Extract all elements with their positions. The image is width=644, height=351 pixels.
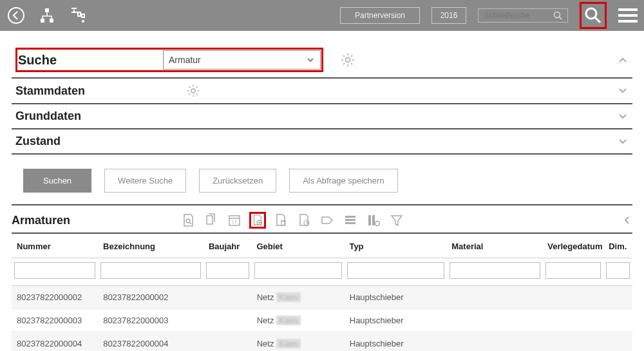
more-search-button[interactable]: Weitere Suche xyxy=(104,169,186,193)
year-field[interactable]: 2016 xyxy=(431,7,466,24)
filter-typ[interactable] xyxy=(347,262,444,279)
table-row[interactable]: 8023782200000380237822000003Netz KaesHau… xyxy=(12,309,632,332)
svg-point-9 xyxy=(346,58,350,62)
cell-baujahr xyxy=(204,309,252,332)
filter-material[interactable] xyxy=(450,262,540,279)
delete-document-icon[interactable] xyxy=(272,212,289,229)
cell-typ: Hauptschieber xyxy=(345,309,447,332)
columns-icon[interactable] xyxy=(365,212,382,229)
network-icon[interactable] xyxy=(37,6,57,25)
col-baujahr[interactable]: Baujahr xyxy=(204,234,252,258)
svg-rect-1 xyxy=(45,8,49,12)
svg-text:17: 17 xyxy=(232,220,237,224)
results-table: Nummer Bezeichnung Baujahr Gebiet Typ Ma… xyxy=(12,234,632,351)
schedule-document-icon[interactable] xyxy=(296,212,312,229)
svg-point-5 xyxy=(554,12,560,18)
grunddaten-title: Grunddaten xyxy=(15,109,160,123)
stammdaten-section[interactable]: Stammdaten xyxy=(12,79,632,104)
table-header: Nummer Bezeichnung Baujahr Gebiet Typ Ma… xyxy=(12,234,632,258)
cell-verlegedatum xyxy=(543,309,603,332)
faucet-icon[interactable] xyxy=(68,6,88,25)
cell-gebiet: Netz Kaes xyxy=(252,309,345,332)
expand-icon[interactable] xyxy=(617,85,629,97)
cell-bezeichnung: 80237822000002 xyxy=(98,286,204,308)
svg-line-23 xyxy=(189,86,190,88)
list-icon[interactable] xyxy=(342,212,359,229)
copy-icon[interactable] xyxy=(203,212,220,229)
filter-bezeichnung[interactable] xyxy=(100,262,201,279)
svg-line-8 xyxy=(595,17,600,23)
back-icon[interactable] xyxy=(6,6,26,25)
chevron-down-icon xyxy=(306,55,315,64)
cell-material xyxy=(447,332,543,351)
col-material[interactable]: Material xyxy=(446,234,542,258)
add-document-icon[interactable] xyxy=(249,212,266,229)
svg-line-15 xyxy=(351,63,352,64)
svg-rect-2 xyxy=(41,19,44,23)
filter-verlegedatum[interactable] xyxy=(545,262,601,279)
svg-rect-3 xyxy=(50,19,53,23)
expand-icon[interactable] xyxy=(617,111,629,122)
preview-icon[interactable] xyxy=(180,212,196,229)
collapse-icon[interactable] xyxy=(617,54,629,66)
cell-verlegedatum xyxy=(543,286,603,308)
svg-line-24 xyxy=(196,94,198,95)
gear-icon[interactable] xyxy=(186,84,200,98)
cell-nummer: 80237822000003 xyxy=(12,309,98,332)
svg-line-16 xyxy=(343,63,345,64)
quick-search[interactable] xyxy=(478,8,568,23)
svg-line-25 xyxy=(189,94,190,95)
table-row[interactable]: 8023782200000280237822000002Netz KaesHau… xyxy=(12,286,632,309)
cell-typ: Hauptschieber xyxy=(345,286,447,308)
zustand-section[interactable]: Zustand xyxy=(12,129,632,153)
svg-line-28 xyxy=(189,222,191,224)
filter-baujahr[interactable] xyxy=(206,262,249,279)
gear-icon[interactable] xyxy=(340,52,355,68)
cell-typ: Hauptschieber xyxy=(345,332,447,351)
menu-icon[interactable] xyxy=(618,8,638,23)
expand-icon[interactable] xyxy=(617,136,629,147)
grunddaten-section[interactable]: Grunddaten xyxy=(12,104,632,129)
svg-line-14 xyxy=(343,55,345,57)
cell-dim xyxy=(603,286,632,308)
filter-dim[interactable] xyxy=(606,262,630,279)
cell-gebiet: Netz Kaes xyxy=(252,286,345,308)
svg-line-26 xyxy=(196,86,198,88)
quick-search-input[interactable] xyxy=(484,11,553,20)
search-title-highlight: Suche Armatur xyxy=(15,48,323,72)
filter-icon[interactable] xyxy=(388,212,405,229)
collapse-results-icon[interactable] xyxy=(621,214,632,226)
version-button[interactable]: Partnerversion xyxy=(340,7,420,24)
svg-point-43 xyxy=(375,222,380,226)
filter-gebiet[interactable] xyxy=(254,262,342,279)
cell-nummer: 80237822000002 xyxy=(12,286,98,308)
filter-nummer[interactable] xyxy=(14,262,95,279)
object-type-dropdown[interactable]: Armatur xyxy=(163,50,321,70)
search-title: Suche xyxy=(18,53,163,68)
svg-line-6 xyxy=(560,17,562,20)
svg-rect-42 xyxy=(372,215,375,225)
col-verlegedatum[interactable]: Verlegedatum xyxy=(542,234,603,258)
stammdaten-title: Stammdaten xyxy=(15,84,160,98)
svg-rect-38 xyxy=(345,216,355,218)
svg-point-18 xyxy=(191,89,195,93)
cell-baujahr xyxy=(204,332,252,351)
results-header: Armaturen 17 xyxy=(12,212,632,234)
col-typ[interactable]: Typ xyxy=(344,234,446,258)
col-dim[interactable]: Dim. xyxy=(603,234,632,258)
advanced-search-icon[interactable] xyxy=(580,2,607,29)
table-row[interactable]: 8023782200000480237822000004Netz KaesHau… xyxy=(12,332,632,351)
col-bezeichnung[interactable]: Bezeichnung xyxy=(98,234,204,258)
tag-icon[interactable] xyxy=(319,212,336,229)
search-button[interactable]: Suchen xyxy=(23,169,91,193)
cell-baujahr xyxy=(204,286,252,308)
col-gebiet[interactable]: Gebiet xyxy=(251,234,344,258)
svg-rect-41 xyxy=(368,215,371,225)
cell-dim xyxy=(603,332,632,351)
save-query-button[interactable]: Als Abfrage speichern xyxy=(289,169,397,193)
reset-button[interactable]: Zurücksetzen xyxy=(199,169,276,193)
cell-nummer: 80237822000004 xyxy=(12,332,98,351)
calendar-icon[interactable]: 17 xyxy=(226,212,243,229)
col-nummer[interactable]: Nummer xyxy=(12,234,98,258)
svg-rect-40 xyxy=(345,222,355,224)
